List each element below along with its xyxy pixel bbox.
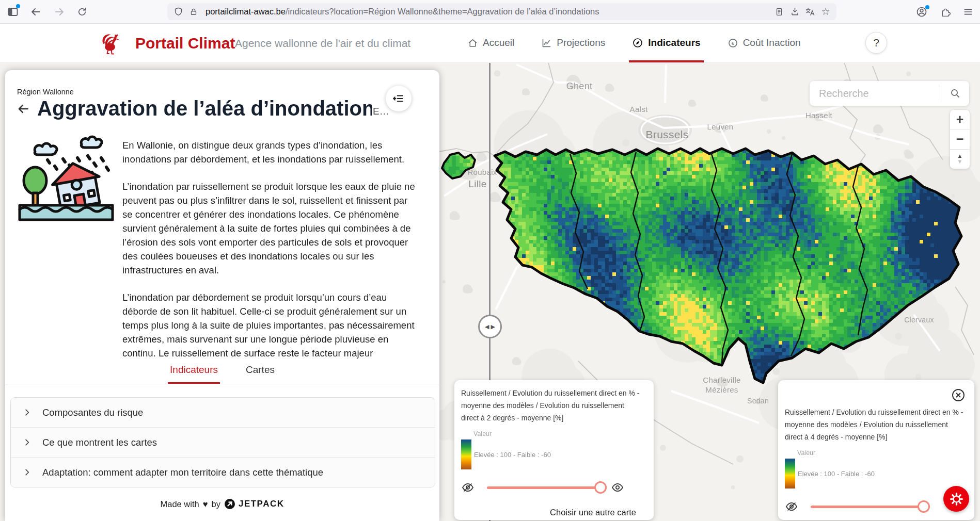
save-page-icon[interactable]	[787, 4, 802, 20]
browser-forward-icon[interactable]	[52, 4, 67, 20]
jetpack-brand-text: JETPACK	[239, 499, 284, 509]
nav-label: Projections	[557, 37, 605, 48]
map-label: Hasselt	[805, 111, 832, 121]
legend-title: Ruissellement / Evolution du ruisselleme…	[785, 406, 966, 443]
browser-reload-icon[interactable]	[74, 4, 90, 20]
translate-icon[interactable]	[802, 4, 818, 20]
shield-icon[interactable]	[170, 4, 186, 20]
accordion-item[interactable]: Adaptation: comment adapter mon territoi…	[11, 457, 435, 487]
heart-icon: ♥	[203, 499, 208, 509]
zoom-in-button[interactable]: +	[950, 110, 970, 129]
detail-panel: Région Wallonne Aggravation de l’aléa d’…	[5, 70, 439, 521]
main-nav: AccueilProjectionsIndicateurs€Coût Inact…	[467, 23, 801, 62]
arrow-left-icon	[16, 102, 30, 116]
layer-opacity-slider[interactable]	[811, 506, 927, 508]
map-label: Charleville Mézières	[703, 376, 740, 395]
legend-gradient-bar	[461, 439, 471, 469]
settings-fab-button[interactable]	[943, 486, 969, 512]
legend-range-label: Elevée : 100 - Faible : -60	[798, 470, 875, 478]
site-brand[interactable]: Portail Climat	[135, 35, 235, 52]
map-compare-handle[interactable]: ◀ ▶	[478, 315, 502, 338]
nav-item-projections[interactable]: Projections	[541, 23, 605, 62]
panel-tabs: IndicateursCartes	[5, 359, 439, 384]
map-label: Roubaix	[467, 168, 497, 177]
layer-opacity-slider[interactable]	[487, 486, 604, 489]
map-label: Lille	[468, 178, 486, 190]
legend-range-label: Elevée : 100 - Faible : -60	[474, 451, 551, 459]
collapse-panel-button[interactable]	[386, 86, 412, 111]
account-notification-dot	[925, 5, 929, 9]
accordion-item[interactable]: Composantes du risque	[11, 398, 435, 427]
hide-layer-icon[interactable]	[461, 481, 475, 494]
url-text[interactable]: portailclimat-awac.be/indicateurs?locati…	[206, 7, 771, 17]
nav-label: Coût Inaction	[743, 37, 801, 48]
legend-value-label: Valeur	[473, 430, 654, 437]
url-host: portailclimat-awac.be	[206, 7, 286, 16]
lock-icon[interactable]	[186, 4, 201, 20]
legend-card-4-degrees: Ruissellement / Evolution du ruisselleme…	[778, 380, 974, 520]
chevron-right-icon	[23, 409, 31, 416]
page-title: Aggravation de l’aléa d’inondations	[37, 97, 372, 120]
map-label: Aalst	[630, 105, 648, 115]
help-button[interactable]: ?	[865, 32, 887, 54]
accordion: Composantes du risqueCe que montrent les…	[10, 397, 435, 487]
show-layer-icon[interactable]	[611, 481, 624, 494]
triangle-left-icon: ◀	[485, 323, 489, 330]
search-input[interactable]	[818, 87, 941, 100]
site-header: Portail Climat Agence wallonne de l'air …	[0, 23, 980, 63]
accordion-item[interactable]: Ce que montrent les cartes	[11, 427, 435, 457]
nav-item-co-t-inaction[interactable]: €Coût Inaction	[728, 23, 801, 62]
nav-label: Indicateurs	[648, 37, 700, 48]
made-with-text: Made with	[160, 499, 199, 509]
legend-card-2-degrees: Ruissellement / Evolution du ruisselleme…	[454, 380, 654, 520]
address-bar[interactable]: portailclimat-awac.be/indicateurs?locati…	[167, 3, 836, 20]
jetpack-logo-icon	[224, 498, 235, 510]
nav-item-indicateurs[interactable]: Indicateurs	[632, 23, 700, 62]
legend-value-label: Valeur	[797, 449, 974, 457]
zoom-out-button[interactable]: −	[950, 129, 970, 149]
nav-item-accueil[interactable]: Accueil	[467, 23, 514, 62]
panel-footer: Made with ♥ by JETPACK	[5, 498, 439, 510]
tab-cartes[interactable]: Cartes	[244, 359, 277, 384]
reader-view-icon[interactable]	[771, 4, 787, 20]
map-label: Ghent	[566, 80, 593, 92]
account-icon[interactable]	[914, 4, 929, 20]
choose-other-map-link[interactable]: Choisir une autre carte	[461, 508, 636, 517]
browser-back-icon[interactable]	[28, 4, 43, 20]
gear-icon	[951, 493, 962, 504]
hide-layer-icon[interactable]	[785, 500, 798, 513]
close-icon[interactable]	[951, 387, 966, 403]
back-button[interactable]	[14, 100, 32, 118]
chevron-right-icon	[23, 468, 31, 476]
legend-gradient-bar	[785, 459, 795, 489]
bookmark-star-icon[interactable]: ☆	[818, 4, 833, 20]
walloon-rooster-logo	[99, 30, 120, 55]
accordion-label: Adaptation: comment adapter mon territoi…	[42, 467, 323, 478]
map-label: Clervaux	[904, 316, 934, 325]
triangle-right-icon: ▶	[491, 323, 495, 330]
map-zoom-control: + − ▲▼	[950, 110, 970, 169]
map-orientation-button[interactable]: ▲▼	[950, 149, 970, 169]
menu-hamburger-icon[interactable]	[960, 4, 976, 20]
extensions-puzzle-icon[interactable]	[938, 4, 953, 20]
breadcrumb-region: Région Wallonne	[17, 88, 74, 96]
tab-indicateurs[interactable]: Indicateurs	[168, 359, 220, 384]
chevron-right-icon	[23, 438, 31, 446]
map-label: Sedan	[747, 397, 769, 406]
svg-text:€: €	[731, 40, 734, 46]
outdent-icon	[392, 92, 405, 105]
browser-toolbar: portailclimat-awac.be/indicateurs?locati…	[0, 0, 980, 24]
accordion-label: Ce que montrent les cartes	[42, 437, 157, 448]
map-label: Brussels	[646, 128, 689, 141]
search-icon[interactable]	[941, 85, 969, 102]
slider-handle[interactable]	[594, 481, 607, 494]
slider-handle[interactable]	[918, 500, 930, 513]
description-text: En Wallonie, on distingue deux grands ty…	[122, 138, 419, 359]
notification-dot	[16, 4, 20, 8]
map-label: Leuven	[707, 122, 733, 132]
map-search	[810, 81, 969, 106]
by-text: by	[211, 499, 220, 509]
jetpack-link[interactable]: JETPACK	[224, 498, 284, 510]
sidebar-tabs-icon[interactable]	[5, 4, 21, 20]
title-overflow-text: E…	[373, 106, 389, 120]
